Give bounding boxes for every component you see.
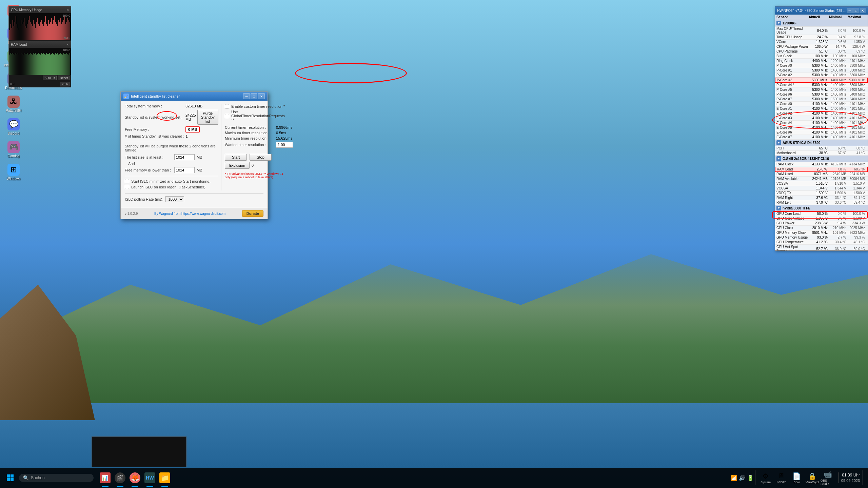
ram-bar — [61, 54, 62, 75]
hw-data-row: Max CPU/Thread Usage 84.0 % 3.0 % 100.0 … — [775, 26, 868, 35]
islc-close-btn[interactable]: ✕ — [258, 93, 265, 99]
desktop-icon-discord[interactable]: 💬 Discord — [1, 116, 26, 138]
tray-icon-network[interactable]: 📶 — [731, 475, 737, 481]
tray-icon-volume[interactable]: 🔊 — [739, 475, 746, 481]
clock-date: 09.09.2023 — [841, 478, 860, 483]
list-size-label: The list size is at least : — [125, 155, 172, 159]
exclusion-num: 0 — [252, 163, 254, 167]
hw-sensor-name: E-Core #7 — [776, 135, 809, 139]
ram-bar — [34, 54, 35, 75]
hw-data-row: GPU Clock 2010 MHz 210 MHz 2025 MHz — [775, 226, 868, 230]
global-timer-checkbox[interactable] — [225, 114, 229, 118]
hw-sensor-name: P-Core #0 — [776, 64, 809, 67]
hw-min-val: 9.4 W — [829, 221, 848, 225]
hw-current-val: 1.510 V — [809, 182, 829, 185]
hw-section-header[interactable]: ▼G.Skill 2x16GB 4133HT CL16 — [775, 156, 868, 162]
hwinfo-minimize-btn[interactable]: ─ — [847, 8, 853, 13]
hw-current-val: 4100 MHz — [809, 107, 829, 110]
free-thresh-input[interactable] — [174, 167, 195, 173]
desktop-icon-windows[interactable]: ⊞ Windows — [1, 162, 26, 183]
hw-data-row: E-Core #7 4100 MHz 1400 MHz 4101 MHz — [775, 135, 868, 140]
hw-max-val: 1.510 V — [848, 182, 866, 185]
taskbar-app-gpu-monitor[interactable]: 📊 — [98, 468, 113, 488]
taskbar-buro-app[interactable]: 📄 Büro — [789, 470, 804, 485]
gpu-bar — [15, 22, 15, 40]
start-minimized-checkbox[interactable] — [125, 179, 129, 183]
taskbar-server-app[interactable]: 🖥 Server — [774, 470, 789, 485]
desktop-icon-gaming[interactable]: 🎮 Gaming — [1, 139, 26, 160]
gpu-bar — [50, 22, 51, 40]
start-btn[interactable]: Start — [225, 154, 247, 161]
total-memory-label: Total system memory : — [125, 104, 184, 108]
gpu-bar — [26, 28, 26, 40]
taskbar-app-obs[interactable]: 🎬 — [113, 468, 127, 488]
tray-clock[interactable]: 01:39 Uhr 09.09.2023 — [841, 472, 860, 483]
windows-button[interactable] — [2, 470, 18, 485]
wanted-timer-label: Wanted timer resolution : — [225, 143, 274, 147]
hw-max-val: 92.8 % — [848, 35, 866, 39]
ram-reset-btn[interactable]: Reset — [58, 76, 70, 80]
gpu-bar — [20, 26, 20, 40]
stop-btn[interactable]: Stop — [250, 154, 272, 161]
hw-sensor-name: E-Core #3 — [776, 116, 809, 120]
hw-current-val: 24241 MB — [809, 177, 829, 181]
list-size-input[interactable] — [174, 154, 195, 160]
timer-res-checkbox[interactable] — [225, 104, 229, 108]
wanted-timer-input[interactable] — [276, 142, 293, 148]
hw-data-row: RAM Clock 4133 MHz 4132 MHz 4134 MHz — [775, 162, 868, 167]
ram-bar — [14, 54, 14, 75]
gpu-window-close[interactable]: × — [67, 8, 69, 12]
hw-sensor-name: P-Core #4 * — [776, 83, 809, 87]
taskbar-app-firefox[interactable]: 🦊 — [127, 468, 142, 488]
taskbar-app-hwinfo[interactable]: HW — [142, 468, 157, 488]
hw-sensor-name: Ring Clock — [776, 59, 809, 63]
hw-max-val: 2025 MHz — [848, 226, 866, 230]
islc-minimize-btn[interactable]: ─ — [243, 93, 250, 99]
ram-auto-btn[interactable]: Auto Fit — [43, 76, 57, 80]
ram-load-window: RAM Load × 100.0 Auto Fit Reset 0.0 25.6 — [8, 41, 71, 87]
desktop-icon-putty[interactable]: 🖧 Putty/SSH — [1, 94, 26, 115]
hw-current-val: 5300 MHz — [809, 73, 829, 77]
ram-window-close[interactable]: × — [67, 42, 69, 46]
hwinfo-maximize-btn[interactable]: □ — [853, 8, 859, 13]
gpu-bar — [30, 22, 31, 40]
taskbar-app-explorer[interactable]: 📁 — [157, 468, 172, 488]
hw-max-val: 4101 MHz — [848, 111, 866, 115]
ram-bar — [53, 54, 54, 75]
hw-max-val: 128.4 W — [848, 45, 866, 48]
hw-data-row: RAM Load 25.6 % 7.8 % 68.7 % — [775, 167, 868, 172]
exclusion-btn[interactable]: Exclusion — [225, 162, 250, 169]
gpu-bar — [9, 30, 10, 40]
hwinfo-close-btn[interactable]: ✕ — [860, 8, 866, 13]
hwinfo-title: HWiNFO64 v7.34-4830 Sensor Status [429 v… — [777, 9, 847, 13]
clock-time: 01:39 Uhr — [841, 472, 860, 478]
divider-2 — [125, 176, 218, 176]
ram-bar — [12, 54, 12, 75]
ram-bar — [30, 53, 31, 75]
hw-data-row: E-Core #3 4100 MHz 1400 MHz 4101 MHz — [775, 116, 868, 121]
hw-max-val: 4101 MHz — [848, 102, 866, 106]
mountain-background — [0, 224, 868, 427]
donate-btn[interactable]: Donate — [242, 210, 263, 217]
hw-section-header[interactable]: ▼ASUS STRIX-A D4 Z690 — [775, 140, 868, 146]
show-desktop-btn[interactable] — [863, 470, 865, 485]
islc-maximize-btn[interactable]: □ — [251, 93, 257, 99]
gpu-bar — [28, 20, 28, 40]
hw-sensor-name: VCore — [776, 40, 809, 44]
gpu-bar — [62, 22, 63, 40]
taskbar-system-app[interactable]: ⚙ System — [758, 470, 773, 485]
hw-min-val: 33.6 °C — [829, 201, 848, 204]
taskbar-veracrypt-app[interactable]: 🔒 VeraCrypt — [805, 470, 820, 485]
search-box[interactable]: 🔍 Suchen — [19, 474, 94, 482]
exclusion-row: Exclusion 0 — [225, 162, 285, 169]
taskbar-obs-app[interactable]: 📹 OBS Studio — [821, 470, 835, 485]
hw-min-val: 33.4 °C — [829, 196, 848, 200]
hw-section-header[interactable]: ▼12900KF — [775, 20, 868, 26]
tray-icon-battery[interactable]: 🔋 — [747, 475, 754, 481]
polling-select[interactable]: 1000 500 250 — [165, 196, 184, 202]
launch-checkbox[interactable] — [125, 185, 129, 189]
hw-section-header[interactable]: ▼nVidia 3080 TI FE — [775, 205, 868, 211]
hw-section-name: ASUS STRIX-A D4 Z690 — [783, 141, 820, 145]
purge-btn[interactable]: Purge Standby list — [197, 110, 218, 125]
hw-sensor-name: P-Core #7 — [776, 97, 809, 101]
